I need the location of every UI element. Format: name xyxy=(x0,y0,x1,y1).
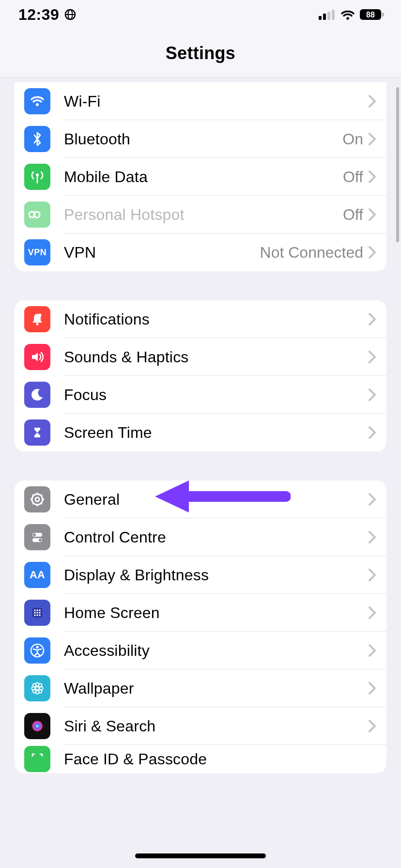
cellular-signal-icon xyxy=(319,9,336,20)
display-row[interactable]: AA Display & Brightness xyxy=(15,556,386,594)
status-bar: 12:39 88 xyxy=(0,0,401,29)
chevron-right-icon xyxy=(368,643,377,658)
aa-icon: AA xyxy=(24,562,50,588)
system-group: General Control Centre AA Display & Brig… xyxy=(15,480,386,773)
svg-rect-3 xyxy=(319,16,322,20)
flower-icon xyxy=(24,675,50,701)
svg-point-36 xyxy=(39,612,41,614)
vpn-label: VPN xyxy=(50,244,260,262)
control-centre-row[interactable]: Control Centre xyxy=(15,518,386,556)
siri-icon xyxy=(24,713,50,739)
notifications-label: Notifications xyxy=(50,310,368,328)
control-centre-label: Control Centre xyxy=(50,528,368,546)
svg-point-42 xyxy=(36,687,39,690)
svg-point-41 xyxy=(36,646,38,648)
bluetooth-value: On xyxy=(342,130,368,148)
link-icon xyxy=(24,202,50,228)
personal-hotspot-label: Personal Hotspot xyxy=(50,206,343,224)
svg-point-34 xyxy=(34,612,36,614)
status-time: 12:39 xyxy=(18,6,59,24)
svg-point-35 xyxy=(36,612,38,614)
display-label: Display & Brightness xyxy=(50,566,368,584)
chevron-right-icon xyxy=(368,94,377,108)
svg-line-25 xyxy=(32,503,34,504)
focus-row[interactable]: Focus xyxy=(15,376,386,414)
scroll-indicator[interactable] xyxy=(396,87,399,242)
chevron-right-icon xyxy=(368,132,377,146)
svg-point-32 xyxy=(36,609,38,611)
focus-label: Focus xyxy=(50,386,368,404)
bluetooth-icon xyxy=(24,126,50,152)
svg-point-31 xyxy=(34,609,36,611)
gear-icon xyxy=(24,486,50,512)
chevron-right-icon xyxy=(368,530,377,544)
chevron-right-icon xyxy=(368,170,377,184)
svg-text:88: 88 xyxy=(366,11,375,19)
personal-hotspot-row[interactable]: Personal Hotspot Off xyxy=(15,196,386,233)
mobile-data-label: Mobile Data xyxy=(50,168,343,186)
wifi-label: Wi-Fi xyxy=(50,93,363,110)
svg-point-14 xyxy=(38,314,42,317)
chevron-right-icon xyxy=(368,719,377,733)
svg-point-38 xyxy=(36,614,38,616)
bluetooth-label: Bluetooth xyxy=(50,130,342,148)
svg-point-37 xyxy=(34,614,36,616)
vpn-icon: VPN xyxy=(24,239,50,265)
chevron-right-icon xyxy=(368,388,377,402)
mobile-data-value: Off xyxy=(343,168,368,186)
chevron-right-icon xyxy=(368,350,377,364)
page-title: Settings xyxy=(166,43,235,63)
sounds-row[interactable]: Sounds & Haptics xyxy=(15,338,386,376)
chevron-right-icon xyxy=(368,492,377,507)
svg-rect-6 xyxy=(332,10,335,20)
general-row[interactable]: General xyxy=(15,480,386,518)
accessibility-label: Accessibility xyxy=(50,642,368,660)
wifi-status-icon xyxy=(340,9,355,20)
chevron-right-icon xyxy=(368,568,377,582)
notifications-row[interactable]: Notifications xyxy=(15,300,386,338)
mobile-data-row[interactable]: Mobile Data Off xyxy=(15,158,386,196)
svg-line-24 xyxy=(41,495,42,496)
moon-icon xyxy=(24,382,50,408)
siri-label: Siri & Search xyxy=(50,717,368,735)
home-screen-row[interactable]: Home Screen xyxy=(15,594,386,632)
svg-point-11 xyxy=(36,103,39,106)
faceid-label: Face ID & Passcode xyxy=(50,750,377,768)
faceid-row[interactable]: Face ID & Passcode xyxy=(15,745,386,773)
svg-rect-9 xyxy=(382,13,384,16)
svg-line-22 xyxy=(32,495,34,496)
settings-scroll[interactable]: Wi-Fi Bluetooth On Mobile Data Off xyxy=(0,78,401,792)
siri-row[interactable]: Siri & Search xyxy=(15,707,386,745)
sounds-label: Sounds & Haptics xyxy=(50,348,368,366)
svg-line-23 xyxy=(41,503,42,504)
bell-icon xyxy=(24,306,50,332)
accessibility-icon xyxy=(24,637,50,664)
chevron-right-icon xyxy=(368,245,377,260)
bluetooth-row[interactable]: Bluetooth On xyxy=(15,120,386,158)
location-globe-icon xyxy=(64,8,77,21)
chevron-right-icon xyxy=(368,312,377,326)
navbar: Settings xyxy=(0,29,401,78)
faceid-icon xyxy=(24,746,50,772)
wallpaper-row[interactable]: Wallpaper xyxy=(15,669,386,707)
wallpaper-label: Wallpaper xyxy=(50,680,368,698)
svg-point-39 xyxy=(39,614,41,616)
home-indicator[interactable] xyxy=(135,853,266,858)
vpn-value: Not Connected xyxy=(260,244,368,262)
svg-point-17 xyxy=(35,497,39,501)
speaker-icon xyxy=(24,344,50,370)
accessibility-row[interactable]: Accessibility xyxy=(15,632,386,669)
svg-point-7 xyxy=(346,17,349,20)
svg-rect-5 xyxy=(327,12,330,20)
screen-time-row[interactable]: Screen Time xyxy=(15,414,386,451)
home-screen-label: Home Screen xyxy=(50,604,368,622)
svg-point-51 xyxy=(31,720,43,732)
svg-point-33 xyxy=(39,609,41,611)
connectivity-group: Wi-Fi Bluetooth On Mobile Data Off xyxy=(15,82,386,271)
screen-time-label: Screen Time xyxy=(50,424,368,442)
wifi-row[interactable]: Wi-Fi xyxy=(15,82,386,120)
wifi-icon xyxy=(24,88,50,114)
personal-hotspot-value: Off xyxy=(343,206,368,224)
svg-point-27 xyxy=(33,533,36,536)
vpn-row[interactable]: VPN VPN Not Connected xyxy=(15,233,386,271)
